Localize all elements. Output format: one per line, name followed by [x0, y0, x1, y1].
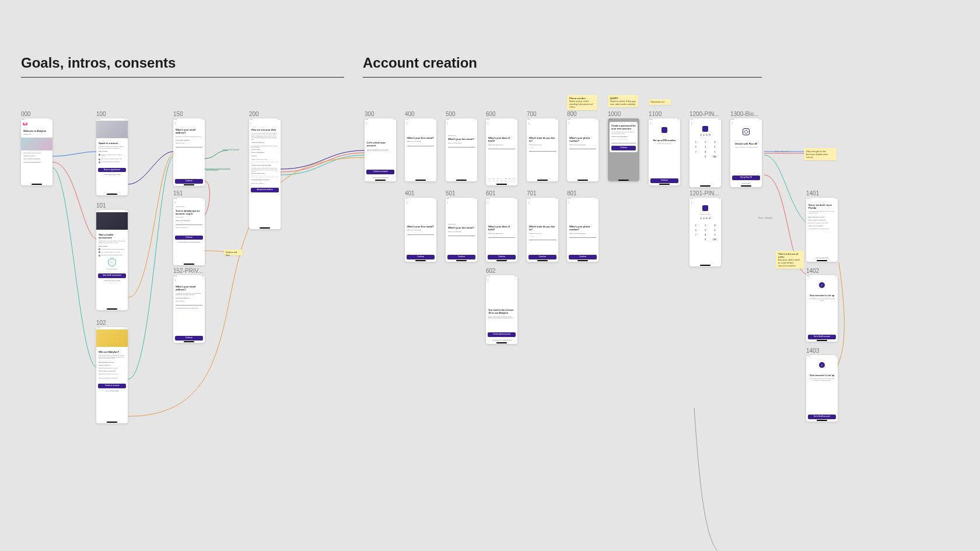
screen-401[interactable]: ‹ What's your first name? Enter your fir… [405, 198, 436, 262]
back-icon[interactable]: ‹ [446, 121, 477, 125]
back-icon[interactable]: ‹ [690, 121, 721, 125]
screen-500[interactable]: ‹ Thanks, Ed. What's your last name? Ent… [446, 118, 477, 181]
screen-150[interactable]: ‹ What's your email address? We'll check… [173, 118, 205, 186]
input-password[interactable] [611, 141, 636, 143]
back-icon[interactable]: ‹ [567, 200, 598, 204]
back-icon[interactable]: ‹ [649, 121, 680, 125]
button-continue[interactable]: Continue [175, 236, 203, 240]
screen-1300[interactable]: ‹ Unlock with Face ID You can also set u… [730, 118, 762, 187]
modal-create-password[interactable]: Create a password for your new account W… [610, 122, 638, 152]
button-continue[interactable]: Continue [611, 146, 636, 150]
back-icon[interactable]: ‹ [405, 121, 436, 125]
button-continue[interactable]: Continue [407, 255, 435, 259]
input-last-name[interactable] [448, 145, 475, 148]
button-continue[interactable]: Continue [175, 336, 203, 341]
sticky-order[interactable]: This is a bit out of order. Because aler… [776, 251, 804, 269]
button-accept-continue[interactable]: Accept and continue [251, 188, 279, 192]
button-set-faceid[interactable]: Set up Face ID [732, 176, 760, 180]
screen-601[interactable]: ‹ What's your date of birth? Enter your … [486, 198, 517, 262]
back-icon[interactable]: ‹ [730, 121, 762, 125]
input-first-name[interactable] [407, 144, 434, 146]
screen-400[interactable]: ‹ What's your first name? Enter your fir… [405, 118, 436, 181]
button-continue[interactable]: Continue [650, 178, 678, 183]
input-dob[interactable] [488, 236, 515, 238]
screen-1200[interactable]: ‹ 123 456 789 0⌫ [690, 118, 721, 187]
back-icon[interactable]: ‹ [527, 121, 558, 125]
screen-1403[interactable]: ✓ Your account is set up Your account is… [806, 355, 838, 422]
button-create-account[interactable]: Create an account [98, 384, 126, 388]
screen-label-1201: 1201-PIN... [690, 190, 719, 196]
link-take-health[interactable]: Take a health assessment [23, 158, 50, 160]
button-book-appointment[interactable]: Book an appointment [98, 168, 126, 173]
screen-602[interactable]: ‹ You need to be at least 18 to use Baby… [486, 275, 517, 344]
back-icon[interactable]: ‹ [446, 200, 477, 204]
screen-1100[interactable]: ‹ Set up a PIN number Create a PIN to ke… [649, 118, 680, 185]
button-start-assessment[interactable]: Start health assessment [98, 273, 126, 278]
back-icon[interactable]: ‹ [249, 121, 281, 125]
sticky-phone[interactable]: Phone number Need to look at the wording… [567, 95, 597, 110]
sticky-standard[interactable]: Standard text [649, 99, 671, 105]
input-first-name[interactable] [407, 233, 434, 235]
screen-label-200: 200 [249, 111, 259, 117]
screen-152[interactable]: ‹ What's your email address? We need thi… [173, 275, 205, 343]
input-phone[interactable] [569, 236, 596, 238]
input-password[interactable] [176, 223, 202, 225]
back-icon[interactable]: ‹ [173, 200, 205, 204]
screen-600[interactable]: ‹ What's your date of birth? Enter your … [486, 118, 517, 185]
back-icon[interactable]: ‹ [527, 200, 558, 204]
screen-1000[interactable]: Create a password for your new account W… [608, 118, 639, 181]
button-create-parent[interactable]: Create parent account [488, 332, 516, 337]
input-phone[interactable] [569, 147, 596, 149]
screen-700[interactable]: ‹ Which state do you live in? Where do y… [527, 118, 558, 181]
back-icon[interactable]: ‹ [173, 278, 205, 282]
screen-label-800: 800 [567, 111, 577, 117]
button-continue[interactable]: Continue [175, 179, 203, 184]
screen-000[interactable]: Welcome to Babylon Healthcare plan What … [21, 118, 52, 185]
back-icon[interactable]: ‹ [486, 278, 517, 282]
pin-keypad[interactable]: 123 456 789 0⌫ [690, 223, 721, 243]
screen-300[interactable]: ‹ Let's create your account We'll ask a … [365, 118, 396, 181]
back-icon[interactable]: ‹ [405, 200, 436, 204]
input-email[interactable] [176, 303, 202, 306]
screen-102[interactable]: Who are Babylon? We're a team of doctors… [96, 327, 128, 423]
screen-1201[interactable]: ‹ Enter your PIN again 123 456 789 0⌫ [690, 198, 721, 266]
input-dob[interactable] [488, 147, 515, 149]
screen-200[interactable]: ‹ How we use your data We use your perso… [249, 118, 281, 229]
button-continue[interactable]: Continue [488, 255, 516, 259]
sticky-skip[interactable]: Skip straight to this because details we… [804, 148, 836, 160]
screen-801[interactable]: ‹ What's your phone number? Enter your p… [567, 198, 598, 262]
back-icon[interactable]: ‹ [365, 121, 396, 125]
screen-1402[interactable]: ✓ Your account is set up Start booking, … [806, 275, 838, 342]
button-continue[interactable]: Continue [447, 255, 475, 259]
screen-100[interactable]: Speak to a doctor Request a consultation… [96, 118, 128, 195]
button-continue[interactable]: Continue [528, 255, 556, 259]
screen-label-601: 601 [486, 190, 496, 196]
sticky-redirected[interactable]: Redirected flow [224, 250, 243, 255]
button-continue[interactable]: Continue [569, 255, 597, 259]
button-create-account[interactable]: Create an account [366, 170, 394, 174]
pin-keypad[interactable]: 123 456 789 0⌫ [690, 139, 721, 159]
link-learn-more[interactable]: Learn more about Babylon [23, 162, 50, 163]
sticky-alert[interactable]: ALERT Need to check if this pop over ale… [608, 95, 638, 107]
button-go-account[interactable]: Go to Health account [808, 415, 836, 419]
select-region[interactable] [529, 238, 556, 240]
select-region[interactable] [529, 149, 556, 152]
screen-1401[interactable]: Sorry, we don't serve Florida We're comi… [806, 198, 838, 262]
back-icon[interactable]: ‹ [486, 121, 517, 125]
screen-label-1200: 1200-PIN... [690, 111, 719, 117]
input-last-name[interactable] [448, 234, 475, 236]
design-canvas[interactable]: Goals, intros, consents Account creation… [0, 0, 980, 551]
button-go-account[interactable]: Go to Health account [808, 335, 836, 339]
back-icon[interactable]: ‹ [690, 200, 721, 204]
back-icon[interactable]: ‹ [173, 121, 205, 125]
screen-701[interactable]: ‹ Which state do you live in? Where do y… [527, 198, 558, 262]
screen-800[interactable]: ‹ What's your phone number? Enter your p… [567, 118, 598, 181]
back-icon[interactable]: ‹ [567, 121, 598, 125]
screen-101[interactable]: Take a health assessment Answer question… [96, 210, 128, 310]
input-email[interactable] [176, 145, 202, 148]
section-title-account: Account creation [363, 55, 477, 71]
link-speak-doctor[interactable]: Speak to a doctor [23, 155, 50, 157]
screen-501[interactable]: ‹ Thanks, Ed. What's your last name? Ent… [446, 198, 477, 262]
back-icon[interactable]: ‹ [486, 200, 517, 204]
screen-151[interactable]: ‹ j.doe@email.com You've already got an … [173, 198, 205, 265]
